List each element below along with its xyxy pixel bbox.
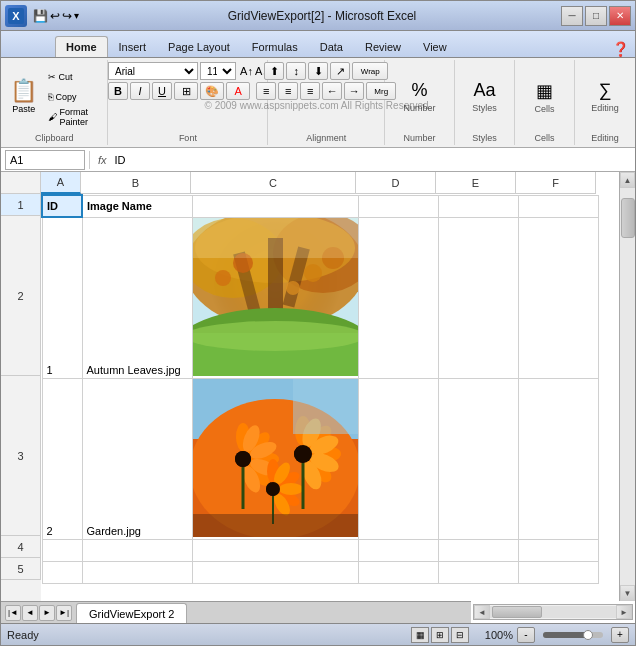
font-family-select[interactable]: Arial — [108, 62, 198, 80]
paste-button[interactable]: 📋 Paste — [6, 65, 42, 129]
cell-f3[interactable] — [518, 378, 598, 539]
cell-a2[interactable]: 1 — [42, 217, 82, 378]
italic-button[interactable]: I — [130, 82, 150, 100]
styles-icon[interactable]: Aa — [473, 80, 495, 101]
zoom-slider[interactable] — [543, 632, 603, 638]
cell-f4[interactable] — [518, 539, 598, 561]
cell-b1[interactable]: Image Name — [82, 195, 192, 217]
quick-access-dropdown-icon[interactable]: ▾ — [74, 10, 79, 21]
align-bottom-button[interactable]: ⬇ — [308, 62, 328, 80]
scroll-right-button[interactable]: ► — [616, 605, 632, 619]
scroll-left-button[interactable]: ◄ — [474, 605, 490, 619]
align-right-button[interactable]: ≡ — [300, 82, 320, 100]
underline-button[interactable]: U — [152, 82, 172, 100]
zoom-in-button[interactable]: + — [611, 627, 629, 643]
cell-c4[interactable] — [192, 539, 358, 561]
align-middle-button[interactable]: ↕ — [286, 62, 306, 80]
quick-access-redo-icon[interactable]: ↪ — [62, 9, 72, 23]
number-format-icon[interactable]: % — [411, 80, 427, 101]
cell-e3[interactable] — [438, 378, 518, 539]
cell-f2[interactable] — [518, 217, 598, 378]
vertical-scrollbar[interactable]: ▲ ▼ — [619, 172, 635, 601]
tab-home[interactable]: Home — [55, 36, 108, 57]
cell-f5[interactable] — [518, 561, 598, 583]
cell-e2[interactable] — [438, 217, 518, 378]
page-layout-button[interactable]: ⊞ — [431, 627, 449, 643]
scroll-up-button[interactable]: ▲ — [620, 172, 635, 188]
align-top-button[interactable]: ⬆ — [264, 62, 284, 80]
scroll-track-vertical[interactable] — [620, 188, 635, 585]
zoom-out-button[interactable]: - — [517, 627, 535, 643]
cell-b2[interactable]: Autumn Leaves.jpg — [82, 217, 192, 378]
page-break-button[interactable]: ⊟ — [451, 627, 469, 643]
fill-color-button[interactable]: 🎨 — [200, 82, 224, 100]
cell-e5[interactable] — [438, 561, 518, 583]
scroll-down-button[interactable]: ▼ — [620, 585, 635, 601]
font-color-button[interactable]: A — [226, 82, 250, 100]
cell-a5[interactable] — [42, 561, 82, 583]
cell-b5[interactable] — [82, 561, 192, 583]
font-size-select[interactable]: 11 — [200, 62, 236, 80]
font-content: Arial 11 A↑ A↓ B I U ⊞ 🎨 A — [108, 62, 268, 112]
decrease-indent-button[interactable]: ← — [322, 82, 342, 100]
editing-icon[interactable]: ∑ — [599, 80, 612, 101]
sheet-nav-next[interactable]: ► — [39, 605, 55, 621]
cell-c3[interactable] — [192, 378, 358, 539]
h-scroll-track[interactable] — [490, 606, 616, 618]
formula-input[interactable] — [115, 150, 631, 170]
restore-button[interactable]: □ — [585, 6, 607, 26]
cell-b3[interactable]: Garden.jpg — [82, 378, 192, 539]
cell-a3[interactable]: 2 — [42, 378, 82, 539]
close-button[interactable]: ✕ — [609, 6, 631, 26]
cell-d4[interactable] — [358, 539, 438, 561]
sheet-nav-prev[interactable]: ◄ — [22, 605, 38, 621]
cell-b4[interactable] — [82, 539, 192, 561]
cell-d1[interactable] — [358, 195, 438, 217]
cell-e1[interactable] — [438, 195, 518, 217]
zoom-slider-thumb[interactable] — [583, 630, 593, 640]
tab-view[interactable]: View — [412, 36, 458, 57]
align-left-button[interactable]: ≡ — [256, 82, 276, 100]
help-icon[interactable]: ❓ — [612, 41, 629, 57]
scroll-thumb-horizontal[interactable] — [492, 606, 542, 618]
increase-font-icon[interactable]: A↑ — [240, 65, 253, 77]
wrap-text-button[interactable]: Wrap — [352, 62, 388, 80]
horizontal-scrollbar[interactable]: ◄ ► — [473, 604, 633, 620]
normal-view-button[interactable]: ▦ — [411, 627, 429, 643]
quick-access-save-icon[interactable]: 💾 — [33, 9, 48, 23]
cell-reference-box[interactable]: A1 — [5, 150, 85, 170]
increase-indent-button[interactable]: → — [344, 82, 364, 100]
align-center-button[interactable]: ≡ — [278, 82, 298, 100]
tab-insert[interactable]: Insert — [108, 36, 158, 57]
scroll-thumb-vertical[interactable] — [621, 198, 635, 238]
tab-data[interactable]: Data — [309, 36, 354, 57]
sheet-tab-gridviewexport[interactable]: GridViewExport 2 — [76, 603, 187, 623]
cell-d2[interactable] — [358, 217, 438, 378]
cell-f1[interactable] — [518, 195, 598, 217]
sheet-nav-first[interactable]: |◄ — [5, 605, 21, 621]
cut-button[interactable]: ✂ Cut — [44, 68, 103, 86]
cells-icon[interactable]: ▦ — [536, 80, 553, 102]
tab-review[interactable]: Review — [354, 36, 412, 57]
cell-c2[interactable] — [192, 217, 358, 378]
tab-page-layout[interactable]: Page Layout — [157, 36, 241, 57]
svg-point-14 — [215, 270, 231, 286]
sheet-nav-last[interactable]: ►| — [56, 605, 72, 621]
bold-button[interactable]: B — [108, 82, 128, 100]
quick-access-undo-icon[interactable]: ↩ — [50, 9, 60, 23]
minimize-button[interactable]: ─ — [561, 6, 583, 26]
cell-d5[interactable] — [358, 561, 438, 583]
cell-c1[interactable] — [192, 195, 358, 217]
cell-e4[interactable] — [438, 539, 518, 561]
formula-bar: A1 fx — [1, 148, 635, 172]
cell-c5[interactable] — [192, 561, 358, 583]
orient-button[interactable]: ↗ — [330, 62, 350, 80]
cell-a1[interactable]: ID — [42, 195, 82, 217]
col-header-e: E — [436, 172, 516, 194]
tab-formulas[interactable]: Formulas — [241, 36, 309, 57]
copy-button[interactable]: ⎘ Copy — [44, 88, 103, 106]
cell-d3[interactable] — [358, 378, 438, 539]
cell-a4[interactable] — [42, 539, 82, 561]
format-painter-button[interactable]: 🖌 Format Painter — [44, 108, 103, 126]
border-button[interactable]: ⊞ — [174, 82, 198, 100]
